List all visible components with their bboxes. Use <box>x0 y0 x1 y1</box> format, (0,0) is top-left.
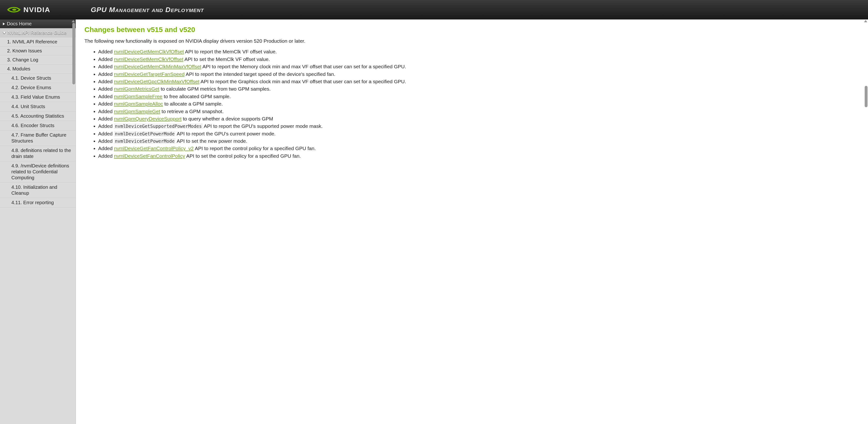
sidebar-item-label: 4.4. Unit Structs <box>11 103 45 110</box>
change-suffix: API to set the MemClk VF offset value. <box>183 56 270 62</box>
change-prefix: Added <box>98 123 114 129</box>
change-suffix: API to report the GPU's current power mo… <box>176 131 276 137</box>
sidebar-item[interactable]: 4.4. Unit Structs <box>0 102 76 112</box>
api-link[interactable]: nvmlDeviceGetMemClkVfOffset <box>114 49 184 54</box>
change-item: Added nvmlDeviceGetMemClkVfOffset API to… <box>98 48 859 55</box>
sidebar-scrollbar-thumb[interactable] <box>72 23 75 84</box>
sidebar-item[interactable]: 4.6. Encoder Structs <box>0 121 76 130</box>
change-suffix: API to report the Graphics clock min and… <box>199 79 406 84</box>
change-prefix: Added <box>98 79 114 84</box>
change-suffix: API to report the control policy for a s… <box>194 146 316 151</box>
change-item: Added nvmlDeviceGetFanControlPolicy_v2 A… <box>98 145 859 152</box>
sidebar-item-label: 4.7. Frame Buffer Capture Structures <box>11 132 73 144</box>
change-item: Added nvmlDeviceGetSupportedPowerModes A… <box>98 123 859 129</box>
body-wrap: Docs Home NVML API Reference Guide 1. NV… <box>0 20 868 424</box>
sidebar-item[interactable]: 4.8. definitions related to the drain st… <box>0 146 76 161</box>
change-item: Added nvmlDeviceGetGpcClkMinMaxVfOffset … <box>98 78 859 85</box>
change-suffix: API to report the MemClk VF offset value… <box>184 49 277 54</box>
sidebar-top-nvml-guide[interactable]: NVML API Reference Guide <box>0 28 76 37</box>
change-prefix: Added <box>98 138 114 144</box>
change-item: Added nvmlGpmSampleAlloc to allocate a G… <box>98 100 859 107</box>
change-suffix: to query whether a device supports GPM <box>181 116 273 121</box>
change-item: Added nvmlGpmQueryDeviceSupport to query… <box>98 115 859 122</box>
sidebar-item[interactable]: 2. Known Issues <box>0 47 76 56</box>
change-suffix: to calculate GPM metrics from two GPM sa… <box>159 86 271 92</box>
chevron-right-icon <box>3 23 5 25</box>
sidebar-item-label: 4.9. /nvmlDevice definitions related to … <box>11 163 73 181</box>
api-link[interactable]: nvmlDeviceGetTargetFanSpeed <box>114 71 185 77</box>
change-item: Added nvmlDeviceSetFanControlPolicy API … <box>98 152 859 159</box>
api-link[interactable]: nvmlGpmSampleFree <box>114 94 162 99</box>
topbar: NVIDIA GPU Management and Deployment <box>0 0 868 20</box>
sidebar-item-label: 4.6. Encoder Structs <box>11 123 54 128</box>
change-prefix: Added <box>98 101 114 107</box>
sidebar-item[interactable]: 4.2. Device Enums <box>0 83 76 92</box>
api-link[interactable]: nvmlDeviceSetMemClkVfOffset <box>114 56 184 62</box>
change-suffix: API to set the control policy for a spec… <box>185 153 301 159</box>
sidebar-item[interactable]: 4.5. Accounting Statistics <box>0 112 76 121</box>
api-code: nvmlDeviceGetPowerMode <box>114 131 176 137</box>
sidebar-item-label: 3. Change Log <box>7 57 38 63</box>
change-prefix: Added <box>98 146 114 151</box>
change-item: Added nvmlDeviceSetPowerMode API to set … <box>98 138 859 144</box>
api-link[interactable]: nvmlDeviceGetMemClkMinMaxVfOffset <box>114 64 202 69</box>
api-link[interactable]: nvmlDeviceSetFanControlPolicy <box>114 153 185 159</box>
sidebar-item[interactable]: 4.1. Device Structs <box>0 73 76 83</box>
change-suffix: API to report the GPU's supported power … <box>203 123 323 129</box>
api-link[interactable]: nvmlGpmSampleGet <box>114 109 160 114</box>
chevron-down-icon <box>3 32 6 34</box>
api-link[interactable]: nvmlGpmSampleAlloc <box>114 101 163 107</box>
change-list: Added nvmlDeviceGetMemClkVfOffset API to… <box>85 48 859 159</box>
api-code: nvmlDeviceSetPowerMode <box>114 138 176 144</box>
change-item: Added nvmlGpmSampleGet to retrieve a GPM… <box>98 108 859 115</box>
change-item: Added nvmlDeviceGetMemClkMinMaxVfOffset … <box>98 63 859 70</box>
sidebar-top-label: NVML API Reference Guide <box>8 30 66 36</box>
content-scroll-up-icon[interactable] <box>864 20 867 22</box>
change-prefix: Added <box>98 116 114 121</box>
change-prefix: Added <box>98 109 114 114</box>
change-prefix: Added <box>98 64 114 69</box>
sidebar-item-label: 2. Known Issues <box>7 48 42 54</box>
sidebar-item[interactable]: 1. NVML API Reference <box>0 37 76 47</box>
sidebar-item[interactable]: 4.7. Frame Buffer Capture Structures <box>0 130 76 146</box>
sidebar-item-label: 4.1. Device Structs <box>11 75 51 81</box>
change-suffix: API to report the intended target speed … <box>185 71 335 77</box>
sidebar-scroll-up-icon[interactable] <box>72 20 75 22</box>
change-prefix: Added <box>98 131 114 137</box>
sidebar-item-label: 4. Modules <box>7 66 30 71</box>
sidebar-item[interactable]: 4.10. Initialization and Cleanup <box>0 183 76 198</box>
api-code: nvmlDeviceGetSupportedPowerModes <box>114 123 203 129</box>
content-scrollbar-thumb[interactable] <box>865 86 868 107</box>
sidebar: Docs Home NVML API Reference Guide 1. NV… <box>0 20 76 424</box>
change-suffix: API to report the Memory clock min and m… <box>202 64 406 69</box>
change-prefix: Added <box>98 71 114 77</box>
change-item: Added nvmlDeviceGetTargetFanSpeed API to… <box>98 71 859 78</box>
api-link[interactable]: nvmlGpmQueryDeviceSupport <box>114 116 182 121</box>
change-prefix: Added <box>98 49 114 54</box>
change-suffix: to allocate a GPM sample. <box>163 101 223 107</box>
sidebar-top-docs-home[interactable]: Docs Home <box>0 20 76 28</box>
sidebar-item[interactable]: 4.11. Error reporting <box>0 198 76 208</box>
change-item: Added nvmlGpmMetricsGet to calculate GPM… <box>98 85 859 92</box>
api-link[interactable]: nvmlDeviceGetGpcClkMinMaxVfOffset <box>114 79 199 84</box>
sidebar-item[interactable]: 3. Change Log <box>0 56 76 64</box>
sidebar-item[interactable]: 4. Modules <box>0 64 76 73</box>
sidebar-item-label: 4.11. Error reporting <box>11 200 54 206</box>
change-prefix: Added <box>98 153 114 159</box>
change-suffix: API to set the new power mode. <box>176 138 247 144</box>
sidebar-item[interactable]: 4.9. /nvmlDevice definitions related to … <box>0 161 76 183</box>
change-prefix: Added <box>98 56 114 62</box>
api-link[interactable]: nvmlDeviceGetFanControlPolicy_v2 <box>114 146 194 151</box>
change-item: Added nvmlDeviceSetMemClkVfOffset API to… <box>98 56 859 63</box>
sidebar-item-label: 4.8. definitions related to the drain st… <box>11 148 73 159</box>
sidebar-item-label: 4.3. Field Value Enums <box>11 94 60 100</box>
api-link[interactable]: nvmlGpmMetricsGet <box>114 86 159 92</box>
sidebar-item-label: 1. NVML API Reference <box>7 39 57 44</box>
change-item: Added nvmlGpmSampleFree to free allocate… <box>98 93 859 100</box>
section-intro: The following new functionality is expos… <box>85 37 859 44</box>
nvidia-eye-icon <box>7 5 21 14</box>
change-prefix: Added <box>98 86 114 92</box>
sidebar-item[interactable]: 4.3. Field Value Enums <box>0 92 76 102</box>
nvidia-logo[interactable]: NVIDIA <box>7 5 50 14</box>
change-suffix: to free allocated GPM sample. <box>162 94 231 99</box>
